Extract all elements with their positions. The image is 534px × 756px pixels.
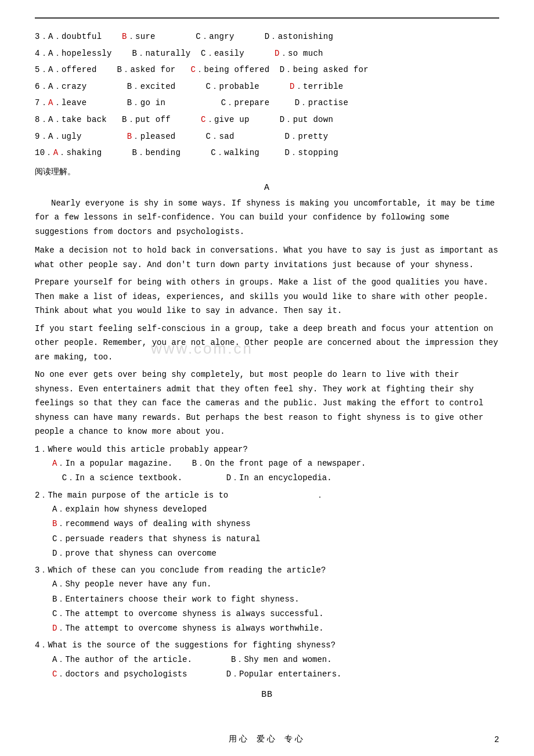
page-number: 2 — [495, 735, 499, 744]
q8-c: C — [201, 115, 206, 124]
mcq-row-8: 8．A．take back B．put off C．give up D．put … — [35, 112, 499, 128]
q-a-4-options: A．The author of the article. B．Shy men a… — [52, 653, 499, 682]
q-a-3-text: 3．Which of these can you conclude from r… — [35, 566, 326, 575]
q-a-3-options: A．Shy people never have any fun. B．Enter… — [52, 577, 499, 636]
mcq-section: 3．A．doubtful B．sure C．angry D．astonishin… — [35, 29, 499, 161]
q9-b-text: ．pleased C．sad D．pretty — [132, 132, 328, 141]
q-a-1-opt-a-text: ．In a popular magazine. B．On the front p… — [57, 459, 366, 468]
q-a-2-opt-d: D．prove that shyness can overcome — [52, 546, 499, 561]
q9-num: 9．A．ugly — [35, 132, 127, 141]
section-a-title: A — [35, 183, 499, 193]
q-a-1-option-row2: C．In a science textbook. D．In an encyclo… — [52, 471, 499, 485]
q-a-2-options: A．explain how shyness developed B．recomm… — [52, 502, 499, 561]
q-a-2-opt-b-letter: B — [52, 519, 57, 528]
q4-d: D — [275, 49, 280, 58]
q6-d-text: ．terrible — [295, 82, 344, 91]
mcq-row-7: 7．A．leave B．go in C．prepare D．practise — [35, 95, 499, 111]
q3-b: B — [122, 32, 127, 41]
q-a-2-opt-c: C．persuade readers that shyness is natur… — [52, 532, 499, 546]
q7-a: A — [48, 98, 53, 107]
passage-a-p2: Make a decision not to hold back in conv… — [35, 243, 499, 272]
q3-num: 3．A．doubtful — [35, 32, 122, 41]
watermark: www.com.cn — [151, 336, 253, 362]
q4-num: 4．A．hopelessly B．naturally C．easily — [35, 49, 275, 58]
q4-d-text: ．so much — [280, 49, 323, 58]
q-a-4-option-row1: A．The author of the article. B．Shy men a… — [52, 653, 499, 667]
reading-label-text: 阅读理解。 — [35, 167, 75, 177]
q-a-2-text: 2．The main purpose of the article is to … — [35, 491, 324, 500]
q8-num: 8．A．take back B．put off — [35, 115, 201, 124]
question-a-3: 3．Which of these can you conclude from r… — [35, 563, 499, 636]
q-a-3-opt-a: A．Shy people never have any fun. — [52, 577, 499, 592]
mcq-row-4: 4．A．hopelessly B．naturally C．easily D．so… — [35, 46, 499, 62]
q-a-4-option-row2: C．doctors and psychologists D．Popular en… — [52, 667, 499, 682]
q-a-1-opt-c-text: C．In a science textbook. D．In an encyclo… — [52, 473, 332, 483]
passage-a-p1: Nearly everyone is shy in some ways. If … — [35, 196, 499, 239]
q-a-3-opt-d-letter: D — [52, 624, 57, 633]
q-a-2-opt-b: B．recommend ways of dealing with shyness — [52, 517, 499, 531]
reading-label: 阅读理解。 — [35, 167, 499, 177]
q-a-1-options: A．In a popular magazine. B．On the front … — [52, 456, 499, 485]
question-a-2: 2．The main purpose of the article is to … — [35, 488, 499, 561]
mcq-row-10: 10．A．shaking B．bending C．walking D．stopp… — [35, 145, 499, 161]
question-a-1: 1．Where would this article probably appe… — [35, 442, 499, 486]
passage-a-p5: No one ever gets over being shy complete… — [35, 368, 499, 439]
q-a-4-text: 4．What is the source of the suggestions … — [35, 640, 335, 650]
mcq-row-6: 6．A．crazy B．excited C．probable D．terribl… — [35, 79, 499, 95]
footer-text: 用心 爱心 专心 — [229, 734, 306, 744]
passage-a-p4: If you start feeling self-conscious in a… — [35, 322, 499, 365]
q-a-2-opt-a: A．explain how shyness developed — [52, 502, 499, 517]
q6-num: 6．A．crazy B．excited C．probable — [35, 82, 290, 91]
q-a-3-opt-c: C．The attempt to overcome shyness is alw… — [52, 607, 499, 621]
question-a-4: 4．What is the source of the suggestions … — [35, 638, 499, 682]
passage-a-p3: Prepare yourself for being with others i… — [35, 275, 499, 318]
mcq-row-5: 5．A．offered B．asked for C．being offered … — [35, 62, 499, 78]
q-a-4-opt-c-letter: C — [52, 669, 57, 679]
mcq-row-3: 3．A．doubtful B．sure C．angry D．astonishin… — [35, 29, 499, 45]
q6-d: D — [290, 82, 295, 91]
top-divider — [35, 17, 499, 19]
q-a-1-text: 1．Where would this article probably appe… — [35, 445, 248, 454]
q10-num: 10． — [35, 148, 53, 157]
q3-b-text: ．sure C．angry D．astonishing — [127, 32, 333, 41]
footer: 用心 爱心 专心 — [0, 734, 534, 744]
q5-c: C — [191, 65, 196, 74]
q5-c-text: ．being offered D．being asked for — [196, 65, 369, 74]
q7-a-text: ．leave B．go in C．prepare D．practise — [53, 98, 349, 107]
q-a-1-option-row1: A．In a popular magazine. B．On the front … — [52, 456, 499, 471]
q7-num: 7． — [35, 98, 48, 107]
q-a-3-opt-d: D．The attempt to overcome shyness is alw… — [52, 621, 499, 636]
page: 3．A．doubtful B．sure C．angry D．astonishin… — [0, 0, 534, 756]
q10-a-text: ．shaking B．bending C．walking D．stopping — [58, 148, 338, 157]
mcq-row-9: 9．A．ugly B．pleased C．sad D．pretty — [35, 129, 499, 145]
q8-c-text: ．give up D．put down — [206, 115, 334, 124]
q-a-3-opt-b: B．Entertainers choose their work to figh… — [52, 592, 499, 607]
q5-num: 5．A．offered B．asked for — [35, 65, 191, 74]
section-b-title: BB — [35, 690, 499, 700]
